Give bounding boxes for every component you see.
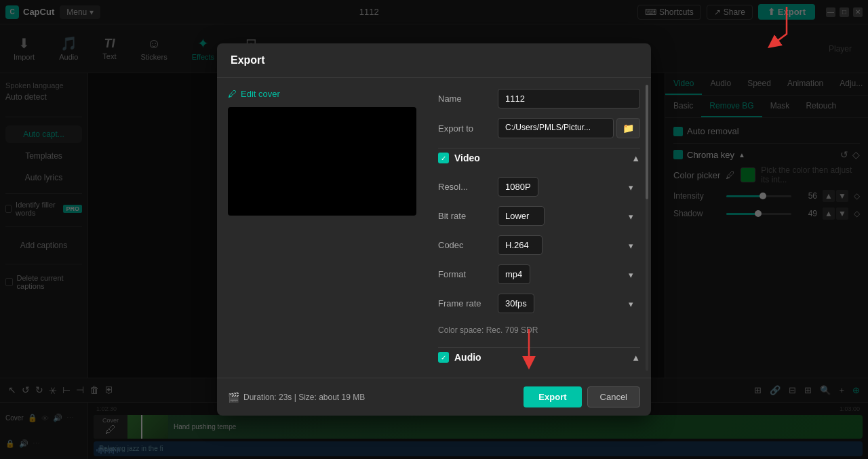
footer-buttons: Export Cancel bbox=[524, 386, 640, 407]
export-to-row: Export to C:/Users/PMLS/Pictur... 📁 bbox=[438, 118, 640, 138]
preview-black-area bbox=[228, 107, 416, 216]
bitrate-select-wrapper: Lower Medium Higher bbox=[498, 206, 640, 226]
video-section-title: Video bbox=[454, 153, 480, 163]
duration-text: Duration: 23s | Size: about 19 MB bbox=[243, 393, 365, 402]
bitrate-select[interactable]: Lower Medium Higher bbox=[498, 206, 545, 226]
video-section-toggle[interactable]: ▲ bbox=[631, 153, 640, 163]
framerate-row: Frame rate 24fps 25fps 30fps 60fps bbox=[438, 294, 640, 313]
modal-settings-panel: Name Export to C:/Users/PMLS/Pictur... 📁… bbox=[427, 78, 651, 378]
audio-section-check[interactable]: ✓ bbox=[438, 352, 449, 363]
name-input[interactable] bbox=[498, 89, 640, 108]
export-to-label: Export to bbox=[438, 123, 492, 134]
resolution-label: Resol... bbox=[438, 182, 492, 192]
modal-footer: 🎬 Duration: 23s | Size: about 19 MB Expo… bbox=[217, 378, 651, 416]
audio-section-toggle[interactable]: ▲ bbox=[631, 353, 640, 363]
name-label: Name bbox=[438, 94, 492, 104]
framerate-label: Frame rate bbox=[438, 298, 492, 308]
cancel-button[interactable]: Cancel bbox=[587, 386, 640, 407]
video-section-check[interactable]: ✓ bbox=[438, 153, 449, 163]
video-section-header: ✓ Video ▲ bbox=[438, 148, 640, 167]
red-arrow-top bbox=[719, 0, 800, 54]
audio-section-title: Audio bbox=[454, 352, 481, 363]
modal-title: Export bbox=[231, 54, 265, 66]
export-path: C:/Users/PMLS/Pictur... bbox=[498, 118, 614, 138]
codec-row: Codec H.264 H.265 ProRes bbox=[438, 235, 640, 255]
format-select-wrapper: mp4 mov bbox=[498, 264, 640, 284]
edit-cover-icon: 🖊 bbox=[228, 89, 237, 99]
resolution-select[interactable]: 1080P 720P 2K 4K bbox=[498, 177, 538, 197]
audio-section-header: ✓ Audio ▲ bbox=[438, 347, 640, 367]
folder-button[interactable]: 📁 bbox=[616, 118, 640, 138]
bitrate-label: Bit rate bbox=[438, 211, 492, 221]
framerate-select[interactable]: 24fps 25fps 30fps 60fps bbox=[498, 294, 534, 313]
resolution-select-wrapper: 1080P 720P 2K 4K bbox=[498, 177, 640, 197]
bitrate-row: Bit rate Lower Medium Higher bbox=[438, 206, 640, 226]
duration-info: 🎬 Duration: 23s | Size: about 19 MB bbox=[228, 392, 365, 403]
name-row: Name bbox=[438, 89, 640, 108]
export-modal: Export 🖊 Edit cover Name Export bbox=[217, 43, 651, 416]
color-space-label: Color space: Rec. 709 SDR bbox=[438, 323, 640, 338]
codec-label: Codec bbox=[438, 240, 492, 250]
edit-cover-button[interactable]: 🖊 Edit cover bbox=[228, 89, 416, 99]
format-row: Format mp4 mov bbox=[438, 264, 640, 284]
codec-select-wrapper: H.264 H.265 ProRes bbox=[498, 235, 640, 255]
film-icon: 🎬 bbox=[228, 392, 239, 403]
format-select[interactable]: mp4 mov bbox=[498, 264, 530, 284]
modal-header: Export bbox=[217, 43, 651, 78]
modal-overlay: Export 🖊 Edit cover Name Export bbox=[0, 0, 868, 459]
modal-preview-panel: 🖊 Edit cover bbox=[217, 78, 427, 378]
modal-body: 🖊 Edit cover Name Export to C:/Users/PML… bbox=[217, 78, 651, 378]
scrollbar-thumb[interactable] bbox=[646, 85, 648, 199]
resolution-row: Resol... 1080P 720P 2K 4K bbox=[438, 177, 640, 197]
format-label: Format bbox=[438, 269, 492, 279]
export-button[interactable]: Export bbox=[524, 386, 581, 407]
scrollbar-track bbox=[646, 85, 648, 371]
path-wrapper: C:/Users/PMLS/Pictur... 📁 bbox=[498, 118, 640, 138]
framerate-select-wrapper: 24fps 25fps 30fps 60fps bbox=[498, 294, 640, 313]
codec-select[interactable]: H.264 H.265 ProRes bbox=[498, 235, 542, 255]
